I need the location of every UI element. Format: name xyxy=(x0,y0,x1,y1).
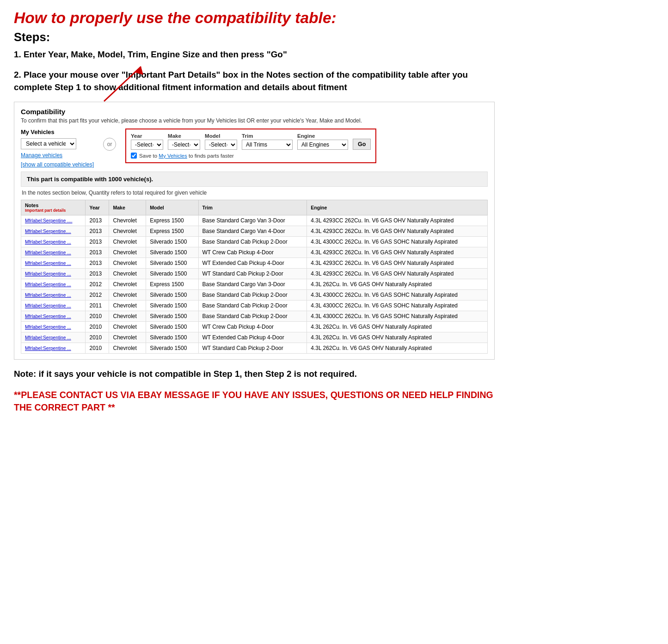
model-cell: Express 1500 xyxy=(146,215,198,226)
notes-cell[interactable]: Mfrlabel:Serpentine ... xyxy=(21,301,86,311)
trim-cell: WT Crew Cab Pickup 4-Door xyxy=(198,322,307,332)
model-cell: Silverado 1500 xyxy=(146,258,198,269)
make-cell: Chevrolet xyxy=(109,237,146,247)
engine-cell: 4.3L 4293CC 262Cu. In. V6 GAS OHV Natura… xyxy=(307,258,488,269)
trim-cell: Base Standard Cargo Van 3-Door xyxy=(198,215,307,226)
trim-label: Trim xyxy=(242,133,293,139)
notes-cell[interactable]: Mfrlabel:Serpentine ... xyxy=(21,269,86,279)
compatibility-title: Compatibility xyxy=(21,108,488,116)
model-column-header: Model xyxy=(146,200,198,215)
model-cell: Silverado 1500 xyxy=(146,301,198,311)
notes-cell[interactable]: Mfrlabel:Serpentine.... xyxy=(21,226,86,237)
year-cell: 2011 xyxy=(86,301,109,311)
trim-column-header: Trim xyxy=(198,200,307,215)
engine-cell: 4.3L 4293CC 262Cu. In. V6 GAS OHV Natura… xyxy=(307,269,488,279)
trim-select[interactable]: All Trims xyxy=(242,140,293,150)
year-field: Year -Select- xyxy=(131,133,163,150)
model-field: Model -Select- xyxy=(205,133,237,150)
engine-cell: 4.3L 262Cu. In. V6 GAS OHV Naturally Asp… xyxy=(307,322,488,332)
trim-cell: Base Standard Cargo Van 4-Door xyxy=(198,226,307,237)
manage-vehicles-link[interactable]: Manage vehicles xyxy=(21,152,94,159)
trim-cell: Base Standard Cargo Van 3-Door xyxy=(198,279,307,290)
make-cell: Chevrolet xyxy=(109,258,146,269)
red-arrow-indicator xyxy=(99,62,159,105)
vehicle-select-wrapper: Select a vehicle xyxy=(21,138,94,149)
make-cell: Chevrolet xyxy=(109,269,146,279)
notes-cell[interactable]: Mfrlabel:Serpentine ... xyxy=(21,247,86,258)
vehicle-selector-row: My Vehicles Select a vehicle Manage vehi… xyxy=(21,129,488,168)
model-cell: Silverado 1500 xyxy=(146,290,198,301)
model-cell: Express 1500 xyxy=(146,226,198,237)
engine-cell: 4.3L 4300CC 262Cu. In. V6 GAS SOHC Natur… xyxy=(307,290,488,301)
compatibility-section: Compatibility To confirm that this part … xyxy=(14,102,495,360)
my-vehicles-save-link[interactable]: My Vehicles xyxy=(159,153,187,159)
notes-cell[interactable]: Mfrlabel:Serpentine ... xyxy=(21,279,86,290)
contact-text: **PLEASE CONTACT US VIA EBAY MESSAGE IF … xyxy=(14,389,495,414)
save-checkbox[interactable] xyxy=(131,153,137,159)
vehicle-select[interactable]: Select a vehicle xyxy=(21,138,76,149)
table-row: Mfrlabel:Serpentine....2013ChevroletExpr… xyxy=(21,226,488,237)
make-column-header: Make xyxy=(109,200,146,215)
engine-cell: 4.3L 262Cu. In. V6 GAS OHV Naturally Asp… xyxy=(307,332,488,343)
table-row: Mfrlabel:Serpentine ....2013ChevroletExp… xyxy=(21,215,488,226)
make-cell: Chevrolet xyxy=(109,290,146,301)
notes-cell[interactable]: Mfrlabel:Serpentine ... xyxy=(21,311,86,322)
year-column-header: Year xyxy=(86,200,109,215)
table-row: Mfrlabel:Serpentine ...2010ChevroletSilv… xyxy=(21,343,488,354)
model-cell: Silverado 1500 xyxy=(146,332,198,343)
trim-cell: WT Crew Cab Pickup 4-Door xyxy=(198,247,307,258)
engine-cell: 4.3L 4300CC 262Cu. In. V6 GAS SOHC Natur… xyxy=(307,237,488,247)
save-text: Save to My Vehicles to finds parts faste… xyxy=(139,153,234,159)
quantity-note: In the notes section below, Quantity ref… xyxy=(21,190,488,196)
engine-column-header: Engine xyxy=(307,200,488,215)
year-select[interactable]: -Select- xyxy=(131,140,163,150)
trim-cell: WT Standard Cab Pickup 2-Door xyxy=(198,269,307,279)
ymm-row: Year -Select- Make -Select- Model -Selec… xyxy=(131,133,371,150)
year-cell: 2013 xyxy=(86,237,109,247)
trim-cell: Base Standard Cab Pickup 2-Door xyxy=(198,301,307,311)
trim-cell: WT Extended Cab Pickup 4-Door xyxy=(198,332,307,343)
engine-cell: 4.3L 4300CC 262Cu. In. V6 GAS SOHC Natur… xyxy=(307,311,488,322)
year-cell: 2010 xyxy=(86,311,109,322)
compatibility-subtitle: To confirm that this part fits your vehi… xyxy=(21,117,488,124)
year-cell: 2012 xyxy=(86,290,109,301)
model-cell: Silverado 1500 xyxy=(146,247,198,258)
year-label: Year xyxy=(131,133,163,139)
engine-field: Engine All Engines xyxy=(297,133,348,150)
make-select[interactable]: -Select- xyxy=(168,140,200,150)
notes-cell[interactable]: Mfrlabel:Serpentine ... xyxy=(21,343,86,354)
notes-cell[interactable]: Mfrlabel:Serpentine ... xyxy=(21,332,86,343)
notes-cell[interactable]: Mfrlabel:Serpentine ... xyxy=(21,290,86,301)
notes-column-header: Notes Important part details xyxy=(21,200,86,215)
trim-cell: Base Standard Cab Pickup 2-Door xyxy=(198,311,307,322)
model-select[interactable]: -Select- xyxy=(205,140,237,150)
notes-cell[interactable]: Mfrlabel:Serpentine .... xyxy=(21,215,86,226)
model-cell: Silverado 1500 xyxy=(146,311,198,322)
trim-field: Trim All Trims xyxy=(242,133,293,150)
compatible-count: This part is compatible with 1000 vehicl… xyxy=(21,172,488,187)
trim-cell: Base Standard Cab Pickup 2-Door xyxy=(198,290,307,301)
make-cell: Chevrolet xyxy=(109,215,146,226)
make-label: Make xyxy=(168,133,200,139)
make-cell: Chevrolet xyxy=(109,311,146,322)
year-cell: 2012 xyxy=(86,279,109,290)
my-vehicles-label: My Vehicles xyxy=(21,129,94,135)
show-all-vehicles-link[interactable]: [show all compatible vehicles] xyxy=(21,161,94,168)
notes-cell[interactable]: Mfrlabel:Serpentine ... xyxy=(21,258,86,269)
engine-label: Engine xyxy=(297,133,348,139)
make-cell: Chevrolet xyxy=(109,247,146,258)
ymm-section: Year -Select- Make -Select- Model -Selec… xyxy=(125,129,376,163)
notes-cell[interactable]: Mfrlabel:Serpentine ... xyxy=(21,237,86,247)
year-cell: 2010 xyxy=(86,332,109,343)
notes-cell[interactable]: Mfrlabel:Serpentine ... xyxy=(21,322,86,332)
make-cell: Chevrolet xyxy=(109,226,146,237)
engine-cell: 4.3L 4293CC 262Cu. In. V6 GAS OHV Natura… xyxy=(307,226,488,237)
engine-cell: 4.3L 4300CC 262Cu. In. V6 GAS SOHC Natur… xyxy=(307,301,488,311)
model-label: Model xyxy=(205,133,237,139)
engine-select[interactable]: All Engines xyxy=(297,140,348,150)
trim-cell: Base Standard Cab Pickup 2-Door xyxy=(198,237,307,247)
go-button[interactable]: Go xyxy=(353,139,371,150)
trim-cell: WT Extended Cab Pickup 4-Door xyxy=(198,258,307,269)
compatibility-table: Notes Important part details Year Make M… xyxy=(21,200,488,354)
make-cell: Chevrolet xyxy=(109,332,146,343)
